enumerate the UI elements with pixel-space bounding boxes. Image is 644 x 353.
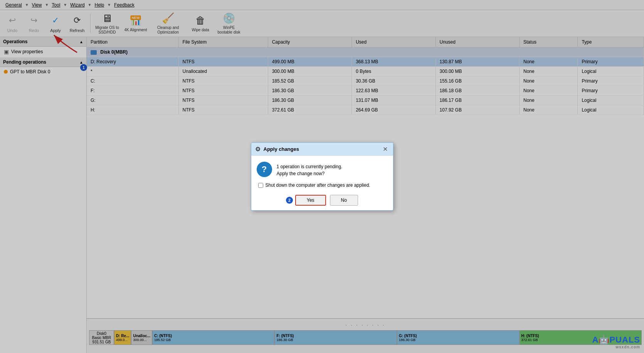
dialog-body: ? 1 operation is currently pending. Appl… — [251, 155, 393, 210]
apply-changes-dialog: ⚙ Apply changes ✕ ? 1 operation is curre… — [251, 142, 393, 211]
dialog-message: 1 operation is currently pending. Apply … — [277, 162, 343, 177]
dialog-title-left: ⚙ Apply changes — [255, 145, 299, 153]
dialog-yes-button[interactable]: Yes — [295, 195, 326, 206]
dialog-title-icon: ⚙ — [255, 145, 261, 153]
dialog-question-row: ? 1 operation is currently pending. Appl… — [257, 162, 388, 177]
badge2: 2 — [286, 197, 293, 204]
modal-overlay: ⚙ Apply changes ✕ ? 1 operation is curre… — [0, 0, 644, 353]
shutdown-label: Shut down the computer after changes are… — [266, 182, 370, 188]
dialog-message-line1: 1 operation is currently pending. — [277, 163, 343, 170]
dialog-checkbox-row: Shut down the computer after changes are… — [257, 182, 388, 188]
dialog-close-button[interactable]: ✕ — [382, 145, 389, 153]
dialog-no-button[interactable]: No — [330, 195, 358, 206]
dialog-question-icon: ? — [257, 162, 272, 177]
shutdown-checkbox[interactable] — [258, 183, 263, 188]
dialog-title-bar: ⚙ Apply changes ✕ — [251, 143, 393, 155]
dialog-message-line2: Apply the change now? — [277, 170, 343, 177]
dialog-title-text: Apply changes — [264, 146, 299, 152]
dialog-buttons: 2 Yes No — [257, 193, 388, 206]
